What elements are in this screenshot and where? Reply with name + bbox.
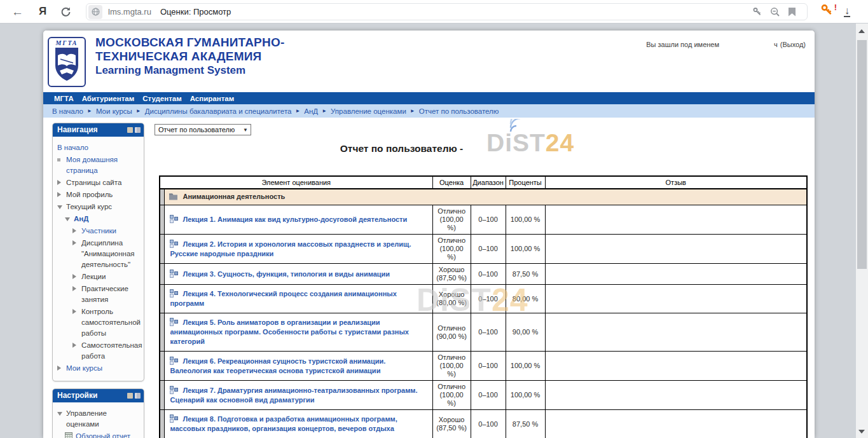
nav-item-label[interactable]: Мои курсы xyxy=(66,363,141,374)
back-icon[interactable]: ← xyxy=(11,6,24,18)
grade-item-link[interactable]: Лекция 4. Технологический процесс создан… xyxy=(170,290,396,307)
password-alert-icon[interactable]: ! xyxy=(820,4,833,19)
expand-icon[interactable] xyxy=(72,343,76,348)
zoom-page-icon[interactable] xyxy=(770,7,780,17)
nav-item-label[interactable]: Мой профиль xyxy=(66,189,141,200)
nav-item-label[interactable]: Обзорный отчет xyxy=(76,431,141,438)
top-menu-item[interactable]: Аспирантам xyxy=(190,95,234,102)
nav-item-label[interactable]: В начало xyxy=(57,142,141,153)
logout-link[interactable]: (Выход) xyxy=(780,41,806,48)
grade-item-link[interactable]: Лекция 1. Анимация как вид культурно-дос… xyxy=(183,216,407,223)
breadcrumb-link[interactable]: Мои курсы xyxy=(96,107,132,115)
nav-item-label[interactable]: Управление оценками xyxy=(66,408,141,430)
grade-text: Хорошо xyxy=(436,266,468,274)
breadcrumb-link[interactable]: В начало xyxy=(52,107,83,115)
breadcrumb-link[interactable]: Управление оценками xyxy=(331,107,406,115)
feedback-cell xyxy=(545,235,807,264)
nav-item-label[interactable]: Текущий курс xyxy=(66,202,141,212)
expand-icon[interactable] xyxy=(72,240,76,245)
grade-percent-text: (100,00 %) xyxy=(436,245,468,261)
grade-item-link[interactable]: Лекция 6. Рекреационная сущность туристс… xyxy=(170,357,385,374)
expand-icon[interactable] xyxy=(57,366,61,371)
table-row: Лекция 7. Драматургия анимационно-театра… xyxy=(160,381,807,410)
nav-item: Управление оценками xyxy=(57,408,141,430)
scroll-up-icon[interactable] xyxy=(858,29,865,33)
report-type-select[interactable]: Отчет по пользователю ▼ xyxy=(155,124,251,135)
grade-item-link[interactable]: Лекция 5. Роль аниматоров в организации … xyxy=(170,318,409,345)
grade-percent-text: (100,00 %) xyxy=(436,216,468,232)
collapse-icon[interactable] xyxy=(57,412,62,416)
academy-logo: МГТА xyxy=(48,37,86,87)
hide-block-icon[interactable] xyxy=(127,127,133,133)
hide-block-icon[interactable] xyxy=(127,393,133,399)
grade-percent-text: (87,50 %) xyxy=(436,424,468,432)
grade-text: Отлично xyxy=(436,324,468,332)
site-header: МГТА МОСКОВСКАЯ ГУМАНИТАРНО- ТЕХНИЧЕСКАЯ… xyxy=(43,31,815,92)
top-menu-item[interactable]: МГТА xyxy=(54,95,74,102)
grades-icon xyxy=(65,434,72,438)
bookmark-icon[interactable] xyxy=(789,8,796,17)
collapse-icon[interactable] xyxy=(65,217,70,221)
nav-item-label[interactable]: Лекции xyxy=(81,271,141,282)
expand-icon[interactable] xyxy=(57,180,61,185)
refresh-icon[interactable] xyxy=(60,6,71,17)
nav-item-label[interactable]: Страницы сайта xyxy=(66,177,141,188)
breadcrumb-separator: ► xyxy=(295,108,300,114)
feedback-cell xyxy=(545,264,807,285)
grade-text: Хорошо xyxy=(436,416,468,424)
grade-item-link[interactable]: Лекция 2. История и хронология массовых … xyxy=(170,240,411,257)
range-cell: 0–100 xyxy=(471,352,506,381)
nav-item: Обзорный отчет xyxy=(57,431,141,438)
login-prefix: Вы зашли под именем xyxy=(646,41,719,48)
dock-block-icon[interactable] xyxy=(135,393,141,399)
grade-percent-text: (80,00 %) xyxy=(436,299,468,307)
nav-item-label[interactable]: Контроль самостоятельной работы xyxy=(81,306,141,339)
nav-item-label[interactable]: Участники xyxy=(81,226,141,236)
feedback-cell xyxy=(545,352,807,381)
percent-cell: 87,50 % xyxy=(506,410,545,438)
scroll-down-icon[interactable] xyxy=(858,430,865,434)
password-key-icon[interactable] xyxy=(752,7,762,17)
top-menu-item[interactable]: Студентам xyxy=(142,95,182,102)
item-name-cell: Лекция 8. Подготовка и разработка анимац… xyxy=(165,410,432,438)
column-header: Проценты xyxy=(506,176,545,189)
url-text[interactable]: lms.mgta.ru xyxy=(108,7,151,17)
lesson-icon xyxy=(170,318,178,327)
expand-icon[interactable] xyxy=(57,192,61,197)
breadcrumb-link[interactable]: АнД xyxy=(304,107,318,115)
title-line1: МОСКОВСКАЯ ГУМАНИТАРНО- xyxy=(95,36,284,50)
grade-item-link[interactable]: Лекция 8. Подготовка и разработка анимац… xyxy=(170,415,397,432)
breadcrumb-link[interactable]: Отчет по пользователю xyxy=(419,107,499,115)
nav-item-label[interactable]: АнД xyxy=(74,214,141,224)
top-menu-item[interactable]: Абитуриентам xyxy=(82,95,134,102)
column-header: Диапазон xyxy=(471,176,506,189)
breadcrumb-separator: ► xyxy=(87,108,92,114)
breadcrumb-link[interactable]: Дисциплины бакалавриата и специалитета xyxy=(145,107,292,115)
site-title: МОСКОВСКАЯ ГУМАНИТАРНО- ТЕХНИЧЕСКАЯ АКАД… xyxy=(95,36,284,78)
address-bar[interactable]: lms.mgta.ru Оценки: Просмотр xyxy=(86,3,808,20)
nav-item-label[interactable]: Практические занятия xyxy=(81,284,141,305)
lesson-icon xyxy=(170,270,178,279)
expand-icon[interactable] xyxy=(72,286,76,291)
indent-cell xyxy=(160,313,165,352)
nav-item-label[interactable]: Моя домашняя страница xyxy=(66,154,141,176)
collapse-icon[interactable] xyxy=(57,205,62,209)
item-name-cell: Лекция 1. Анимация как вид культурно-дос… xyxy=(165,205,432,235)
expand-icon[interactable] xyxy=(72,309,76,314)
yandex-logo-icon[interactable]: Я xyxy=(39,5,46,18)
grade-item-link[interactable]: Лекция 3. Сущность, функция, типология и… xyxy=(183,270,390,278)
grade-item-link[interactable]: Лекция 7. Драматургия анимационно-театра… xyxy=(170,387,417,404)
nav-item-label[interactable]: Самостоятельная работа xyxy=(81,340,142,362)
download-icon[interactable]: ↓ xyxy=(844,6,850,17)
expand-icon[interactable] xyxy=(72,274,76,279)
dock-block-icon[interactable] xyxy=(135,127,141,133)
expand-icon[interactable] xyxy=(72,228,76,233)
grade-percent-text: (87,50 %) xyxy=(436,274,468,282)
lesson-icon xyxy=(170,357,178,366)
nav-item-label[interactable]: Дисциплина "Анимационная деятельность" xyxy=(81,238,141,270)
report-select-value: Отчет по пользователю xyxy=(158,126,235,133)
vertical-scrollbar[interactable] xyxy=(856,24,868,438)
percent-cell: 100,00 % xyxy=(506,235,545,264)
breadcrumb: В начало►Мои курсы►Дисциплины бакалавриа… xyxy=(43,104,815,118)
scrollbar-thumb[interactable] xyxy=(857,40,867,269)
